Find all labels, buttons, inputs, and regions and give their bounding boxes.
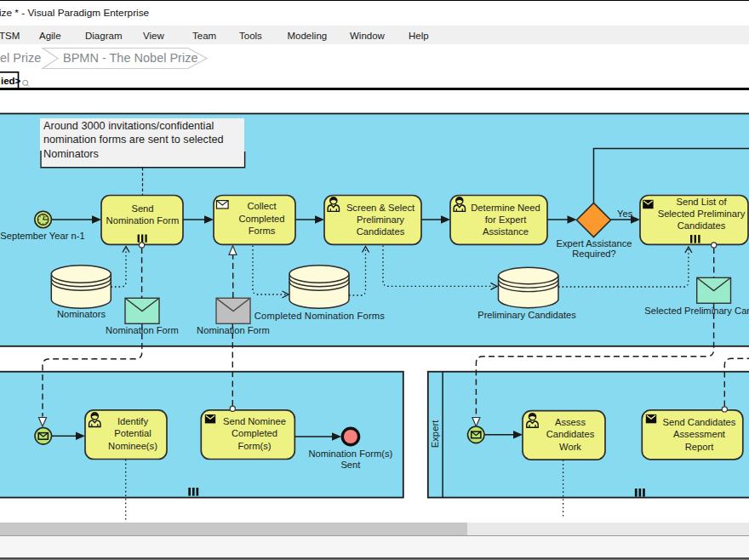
svg-text:Candidates: Candidates	[678, 220, 726, 231]
svg-text:Assessment: Assessment	[673, 429, 726, 439]
svg-text:for Expert: for Expert	[485, 214, 527, 225]
svg-text:Sent: Sent	[340, 460, 361, 470]
svg-text:Candidates: Candidates	[357, 226, 405, 237]
svg-text:Expert Assistance: Expert Assistance	[557, 238, 632, 249]
svg-text:Send: Send	[131, 203, 153, 214]
svg-text:Yes: Yes	[617, 209, 633, 219]
svg-text:Form(s): Form(s)	[237, 441, 271, 451]
svg-text:Nominee(s): Nominee(s)	[108, 441, 157, 451]
svg-text:Nomination Form(s): Nomination Form(s)	[308, 449, 392, 459]
svg-text:ied>: ied>	[1, 76, 21, 86]
svg-text:Nominators: Nominators	[43, 148, 99, 160]
svg-text:Send Nominee: Send Nominee	[223, 416, 286, 426]
svg-text:Selected Preliminary: Selected Preliminary	[658, 209, 746, 219]
svg-text:Identify: Identify	[117, 416, 148, 426]
svg-text:Preliminary Candidates: Preliminary Candidates	[477, 310, 576, 320]
svg-text:Selected Preliminary Candidate: Selected Preliminary Candidates	[644, 306, 749, 316]
svg-text:Completed: Completed	[232, 428, 277, 438]
svg-text:Determine Need: Determine Need	[471, 203, 540, 213]
svg-text:Screen & Select: Screen & Select	[346, 203, 415, 213]
svg-text:Nomination Form: Nomination Form	[197, 325, 270, 335]
svg-text:Potential: Potential	[114, 428, 152, 438]
svg-text:Assistance: Assistance	[483, 226, 529, 237]
svg-text:Send Candidates: Send Candidates	[663, 417, 736, 427]
svg-text:Assess: Assess	[555, 417, 586, 427]
svg-text:Forms: Forms	[249, 226, 276, 236]
svg-text:Required?: Required?	[572, 249, 616, 259]
svg-text:nomination forms are sent to s: nomination forms are sent to selected	[43, 134, 224, 146]
svg-text:Completed Nomination Forms: Completed Nomination Forms	[254, 311, 386, 321]
svg-text:Work: Work	[559, 442, 581, 452]
svg-text:Preliminary: Preliminary	[357, 214, 404, 225]
svg-text:Expert: Expert	[430, 420, 440, 449]
svg-text:Around 3000 invitations/confid: Around 3000 invitations/confidential	[43, 120, 214, 132]
svg-text:Report: Report	[685, 442, 714, 452]
svg-text:September Year n-1: September Year n-1	[0, 231, 85, 241]
svg-text:Collect: Collect	[247, 201, 277, 211]
svg-text:Send List of: Send List of	[676, 197, 727, 207]
svg-text:Completed: Completed	[238, 214, 284, 224]
svg-text:Nominators: Nominators	[57, 309, 106, 319]
svg-text:Candidates: Candidates	[546, 429, 595, 439]
svg-text:Nomination Form: Nomination Form	[106, 215, 180, 226]
